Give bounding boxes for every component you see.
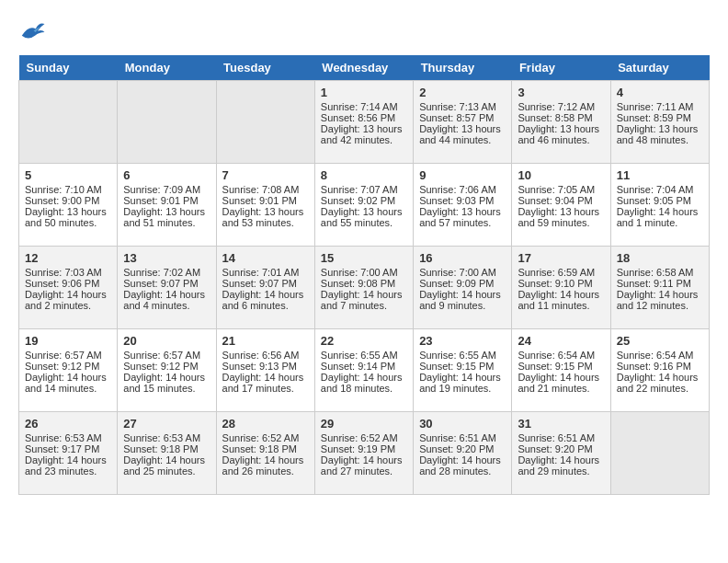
calendar-cell: 22Sunrise: 6:55 AMSunset: 9:14 PMDayligh…	[314, 329, 413, 412]
day-number: 8	[321, 168, 407, 182]
cell-info: Sunset: 9:12 PM	[123, 361, 210, 372]
cell-info: Sunset: 9:06 PM	[25, 278, 111, 289]
cell-info: Sunrise: 7:12 AM	[518, 101, 604, 112]
cell-info: Sunrise: 6:59 AM	[518, 267, 604, 278]
day-number: 6	[123, 168, 210, 182]
cell-info: Sunrise: 7:06 AM	[419, 184, 506, 195]
day-number: 9	[419, 168, 506, 182]
day-number: 30	[419, 417, 506, 431]
cell-info: Sunset: 9:08 PM	[321, 278, 407, 289]
week-row: 5Sunrise: 7:10 AMSunset: 9:00 PMDaylight…	[19, 164, 710, 247]
day-number: 16	[419, 251, 506, 265]
calendar-cell: 13Sunrise: 7:02 AMSunset: 9:07 PMDayligh…	[118, 247, 216, 329]
calendar-cell: 12Sunrise: 7:03 AMSunset: 9:06 PMDayligh…	[19, 247, 118, 329]
header-friday: Friday	[512, 55, 610, 81]
day-number: 25	[617, 334, 703, 348]
cell-info: Sunrise: 6:54 AM	[617, 350, 703, 361]
cell-info: Sunset: 9:20 PM	[419, 443, 506, 454]
cell-info: Daylight: 14 hours and 21 minutes.	[518, 372, 604, 394]
cell-info: Daylight: 14 hours and 18 minutes.	[321, 372, 407, 394]
cell-info: Sunrise: 7:05 AM	[518, 184, 604, 195]
cell-info: Sunset: 9:16 PM	[617, 361, 703, 372]
cell-info: Sunrise: 6:57 AM	[25, 350, 111, 361]
day-number: 26	[25, 417, 111, 431]
day-number: 31	[518, 417, 604, 431]
cell-info: Sunset: 9:04 PM	[518, 195, 604, 206]
cell-info: Sunset: 9:10 PM	[518, 278, 604, 289]
week-row: 26Sunrise: 6:53 AMSunset: 9:17 PMDayligh…	[19, 412, 710, 495]
cell-info: Daylight: 14 hours and 19 minutes.	[419, 372, 506, 394]
calendar-cell: 20Sunrise: 6:57 AMSunset: 9:12 PMDayligh…	[118, 329, 216, 412]
cell-info: Daylight: 14 hours and 12 minutes.	[617, 289, 703, 311]
cell-info: Sunrise: 6:54 AM	[518, 350, 604, 361]
calendar-cell: 1Sunrise: 7:14 AMSunset: 8:56 PMDaylight…	[314, 81, 413, 164]
cell-info: Daylight: 13 hours and 59 minutes.	[518, 206, 604, 228]
day-number: 2	[419, 86, 506, 99]
day-number: 11	[617, 168, 703, 182]
cell-info: Sunrise: 6:51 AM	[419, 432, 506, 443]
cell-info: Sunrise: 6:51 AM	[518, 432, 604, 443]
calendar-cell: 4Sunrise: 7:11 AMSunset: 8:59 PMDaylight…	[610, 81, 709, 164]
calendar-cell: 10Sunrise: 7:05 AMSunset: 9:04 PMDayligh…	[512, 164, 610, 247]
cell-info: Daylight: 14 hours and 2 minutes.	[25, 289, 111, 311]
cell-info: Daylight: 14 hours and 29 minutes.	[518, 454, 604, 477]
cell-info: Daylight: 14 hours and 9 minutes.	[419, 289, 506, 311]
cell-info: Sunrise: 6:55 AM	[419, 350, 506, 361]
calendar-cell: 9Sunrise: 7:06 AMSunset: 9:03 PMDaylight…	[414, 164, 512, 247]
page-header	[18, 18, 710, 46]
cell-info: Sunset: 9:07 PM	[123, 278, 210, 289]
calendar-cell: 28Sunrise: 6:52 AMSunset: 9:18 PMDayligh…	[216, 412, 314, 495]
day-number: 15	[321, 251, 407, 265]
day-number: 24	[518, 334, 604, 348]
cell-info: Sunset: 9:11 PM	[617, 278, 703, 289]
cell-info: Sunrise: 6:53 AM	[25, 432, 111, 443]
cell-info: Sunrise: 7:08 AM	[222, 184, 309, 195]
cell-info: Daylight: 14 hours and 7 minutes.	[321, 289, 407, 311]
cell-info: Sunrise: 7:01 AM	[222, 267, 309, 278]
day-number: 27	[123, 417, 210, 431]
calendar-cell: 7Sunrise: 7:08 AMSunset: 9:01 PMDaylight…	[216, 164, 314, 247]
cell-info: Daylight: 14 hours and 23 minutes.	[25, 454, 111, 477]
cell-info: Sunset: 8:59 PM	[617, 112, 703, 123]
cell-info: Sunrise: 6:52 AM	[321, 432, 407, 443]
cell-info: Sunset: 9:15 PM	[419, 361, 506, 372]
calendar-cell: 18Sunrise: 6:58 AMSunset: 9:11 PMDayligh…	[610, 247, 709, 329]
day-number: 1	[321, 86, 407, 99]
day-number: 10	[518, 168, 604, 182]
day-number: 18	[617, 251, 703, 265]
cell-info: Sunrise: 6:56 AM	[222, 350, 309, 361]
header-monday: Monday	[118, 55, 216, 81]
cell-info: Sunrise: 7:13 AM	[419, 101, 506, 112]
cell-info: Sunrise: 7:14 AM	[321, 101, 407, 112]
calendar-cell: 11Sunrise: 7:04 AMSunset: 9:05 PMDayligh…	[610, 164, 709, 247]
calendar-cell: 21Sunrise: 6:56 AMSunset: 9:13 PMDayligh…	[216, 329, 314, 412]
header-wednesday: Wednesday	[314, 55, 413, 81]
header-row: SundayMondayTuesdayWednesdayThursdayFrid…	[19, 55, 710, 81]
cell-info: Daylight: 14 hours and 25 minutes.	[123, 454, 210, 477]
cell-info: Daylight: 14 hours and 28 minutes.	[419, 454, 506, 477]
calendar-cell: 30Sunrise: 6:51 AMSunset: 9:20 PMDayligh…	[414, 412, 512, 495]
calendar-cell: 24Sunrise: 6:54 AMSunset: 9:15 PMDayligh…	[512, 329, 610, 412]
calendar-cell: 8Sunrise: 7:07 AMSunset: 9:02 PMDaylight…	[314, 164, 413, 247]
day-number: 22	[321, 334, 407, 348]
cell-info: Sunset: 9:19 PM	[321, 443, 407, 454]
cell-info: Sunset: 9:05 PM	[617, 195, 703, 206]
cell-info: Sunset: 9:20 PM	[518, 443, 604, 454]
logo	[18, 18, 51, 46]
day-number: 19	[25, 334, 111, 348]
cell-info: Sunrise: 6:52 AM	[222, 432, 309, 443]
cell-info: Sunrise: 7:10 AM	[25, 184, 111, 195]
day-number: 3	[518, 86, 604, 99]
calendar-cell: 14Sunrise: 7:01 AMSunset: 9:07 PMDayligh…	[216, 247, 314, 329]
cell-info: Sunrise: 7:03 AM	[25, 267, 111, 278]
cell-info: Sunset: 9:15 PM	[518, 361, 604, 372]
day-number: 29	[321, 417, 407, 431]
calendar-cell: 23Sunrise: 6:55 AMSunset: 9:15 PMDayligh…	[414, 329, 512, 412]
cell-info: Sunrise: 7:04 AM	[617, 184, 703, 195]
day-number: 13	[123, 251, 210, 265]
calendar-cell: 27Sunrise: 6:53 AMSunset: 9:18 PMDayligh…	[118, 412, 216, 495]
calendar-cell: 16Sunrise: 7:00 AMSunset: 9:09 PMDayligh…	[414, 247, 512, 329]
cell-info: Daylight: 13 hours and 42 minutes.	[321, 123, 407, 145]
cell-info: Sunrise: 7:02 AM	[123, 267, 210, 278]
cell-info: Sunset: 9:02 PM	[321, 195, 407, 206]
